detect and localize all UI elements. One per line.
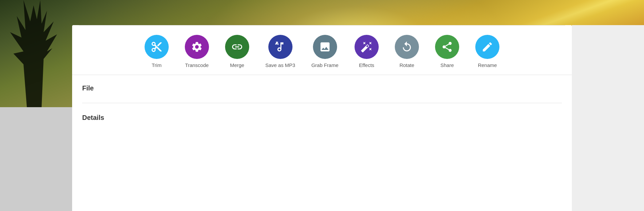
rotate-circle	[395, 35, 419, 59]
transcode-button[interactable]: Transcode	[185, 35, 209, 68]
save-as-mp3-label: Save as MP3	[265, 62, 295, 68]
merge-button[interactable]: Merge	[225, 35, 249, 68]
rotate-button[interactable]: Rotate	[395, 35, 419, 68]
effects-label: Effects	[359, 62, 374, 68]
rename-circle	[475, 35, 499, 59]
trim-label: Trim	[152, 62, 161, 68]
share-label: Share	[440, 62, 454, 68]
rename-button[interactable]: Rename	[475, 35, 499, 68]
main-panel: Trim Transcode Merge	[72, 25, 572, 211]
details-section-title: Details	[82, 114, 104, 121]
share-button[interactable]: Share	[435, 35, 459, 68]
effects-button[interactable]: Effects	[355, 35, 379, 68]
gear-icon	[191, 41, 203, 53]
wand-icon	[361, 41, 373, 53]
merge-circle	[225, 35, 249, 59]
pencil-icon	[481, 41, 493, 53]
toolbar: Trim Transcode Merge	[72, 25, 572, 75]
merge-label: Merge	[230, 62, 245, 68]
file-details-divider	[82, 103, 562, 103]
rotate-label: Rotate	[399, 62, 414, 68]
save-as-mp3-circle	[268, 35, 292, 59]
share-circle	[435, 35, 459, 59]
right-gray-area	[572, 25, 644, 211]
left-gray-area	[0, 107, 72, 211]
scissors-icon	[151, 41, 163, 53]
file-section-title: File	[82, 84, 94, 92]
trim-button[interactable]: Trim	[145, 35, 169, 68]
image-icon	[319, 41, 331, 53]
details-section: Details	[72, 109, 572, 127]
rename-label: Rename	[478, 62, 497, 68]
transcode-label: Transcode	[185, 62, 209, 68]
share-icon	[441, 41, 453, 53]
trim-circle	[145, 35, 169, 59]
grab-frame-circle	[313, 35, 337, 59]
music-note-icon	[274, 41, 286, 53]
transcode-circle	[185, 35, 209, 59]
save-as-mp3-button[interactable]: Save as MP3	[265, 35, 295, 68]
link-icon	[231, 41, 243, 53]
effects-circle	[355, 35, 379, 59]
rotate-icon	[401, 41, 413, 53]
grab-frame-label: Grab Frame	[311, 62, 338, 68]
grab-frame-button[interactable]: Grab Frame	[311, 35, 338, 68]
file-section: File	[72, 75, 572, 97]
